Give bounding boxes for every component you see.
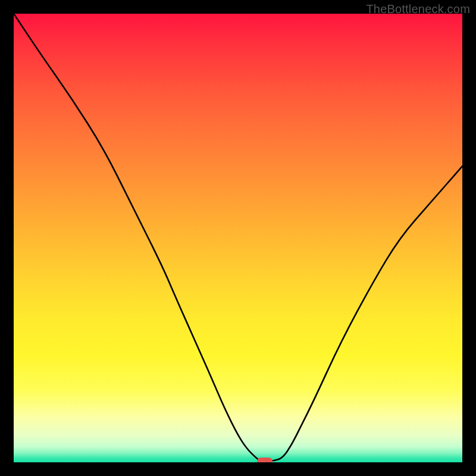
plot-area [14, 14, 462, 462]
chart-container: TheBottleneck.com [0, 0, 476, 476]
minimum-marker [257, 458, 273, 462]
watermark-text: TheBottleneck.com [366, 2, 470, 16]
chart-curve [14, 14, 462, 462]
